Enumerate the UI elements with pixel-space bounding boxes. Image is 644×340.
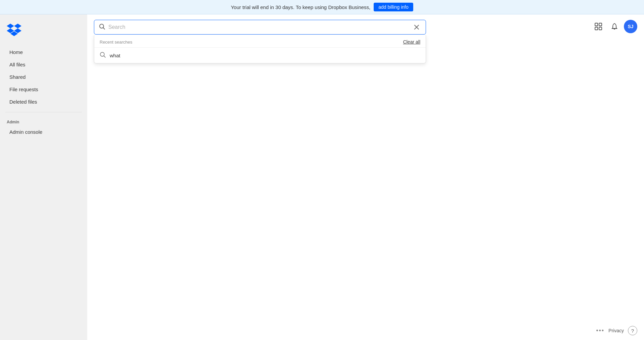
sidebar-item-home[interactable]: Home (3, 46, 85, 58)
sidebar-deleted-files-label: Deleted files (9, 99, 37, 105)
search-clear-button[interactable] (412, 23, 421, 31)
footer: ••• Privacy ? (596, 326, 637, 335)
recent-search-item[interactable]: what (94, 48, 426, 63)
sidebar-divider (5, 112, 82, 112)
content-area: SJ (87, 14, 644, 340)
close-icon (414, 24, 420, 30)
search-container: Recent searches Clear all what (87, 14, 644, 35)
sidebar-all-files-label: All files (9, 62, 25, 67)
trial-text: Your trial will end in 30 days. To keep … (231, 4, 370, 10)
more-options-button[interactable]: ••• (596, 327, 604, 334)
admin-section-label: Admin (0, 116, 87, 126)
recent-search-icon (100, 52, 106, 59)
search-dropdown: Recent searches Clear all what (94, 35, 426, 63)
sidebar-admin-console-label: Admin console (9, 129, 42, 135)
sidebar-item-all-files[interactable]: All files (3, 59, 85, 70)
sidebar: Home All files Shared File requests Dele… (0, 14, 87, 340)
trial-banner: Your trial will end in 30 days. To keep … (0, 0, 644, 14)
search-bar (94, 20, 426, 35)
recent-search-text: what (110, 53, 120, 58)
sidebar-item-shared[interactable]: Shared (3, 71, 85, 83)
sidebar-item-admin-console[interactable]: Admin console (3, 126, 85, 138)
sidebar-file-requests-label: File requests (9, 87, 38, 92)
svg-line-5 (103, 28, 105, 30)
sidebar-item-file-requests[interactable]: File requests (3, 83, 85, 95)
search-input[interactable] (108, 24, 412, 30)
dropbox-logo (0, 20, 87, 46)
help-button[interactable]: ? (628, 326, 637, 335)
recent-searches-label: Recent searches (100, 40, 132, 45)
sidebar-shared-label: Shared (9, 74, 25, 80)
clear-all-button[interactable]: Clear all (403, 39, 420, 45)
sidebar-home-label: Home (9, 49, 23, 55)
search-icon (99, 23, 105, 31)
sidebar-item-deleted-files[interactable]: Deleted files (3, 96, 85, 108)
svg-line-9 (104, 56, 106, 58)
privacy-link[interactable]: Privacy (608, 328, 624, 333)
add-billing-button[interactable]: add billing info (374, 3, 413, 11)
dropdown-header: Recent searches Clear all (94, 35, 426, 47)
